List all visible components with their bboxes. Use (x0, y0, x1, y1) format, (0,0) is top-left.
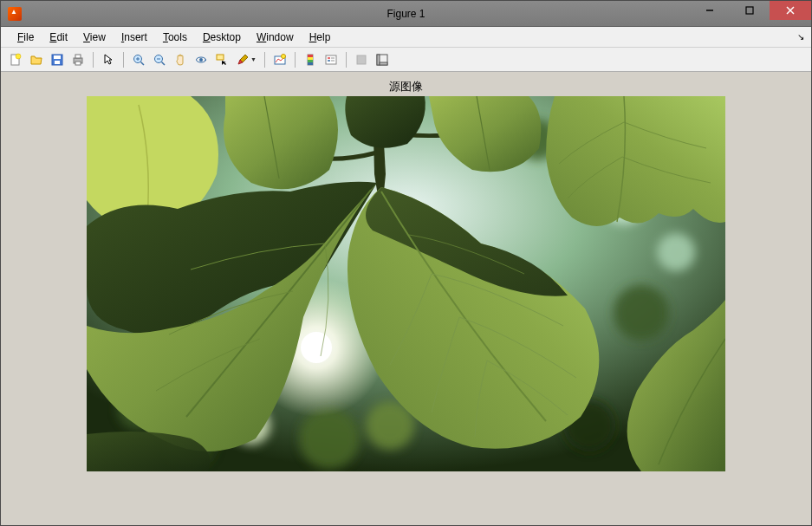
hand-icon (173, 53, 187, 67)
svg-rect-11 (75, 62, 81, 65)
insert-legend-button[interactable] (322, 50, 341, 69)
maximize-button[interactable] (730, 1, 770, 20)
svg-rect-1 (746, 7, 753, 14)
rotate-3d-button[interactable] (192, 50, 211, 69)
svg-rect-25 (308, 55, 313, 57)
svg-point-53 (301, 332, 332, 363)
data-cursor-button[interactable] (212, 50, 231, 69)
zoom-in-button[interactable] (129, 50, 148, 69)
svg-point-47 (299, 408, 360, 469)
toolbar-separator (264, 52, 265, 68)
figure-content: 源图像 (4, 75, 808, 522)
new-file-icon (9, 53, 23, 67)
show-tools-icon (375, 53, 389, 67)
hide-plot-tools-button (352, 50, 371, 69)
pointer-icon (101, 53, 115, 67)
toolbar-separator (295, 52, 296, 68)
link-plot-button[interactable] (270, 50, 289, 69)
menu-insert[interactable]: Insert (114, 29, 155, 46)
edit-plot-button[interactable] (99, 50, 118, 69)
svg-point-23 (282, 54, 286, 58)
image-display[interactable] (87, 96, 725, 471)
zoom-out-icon (153, 53, 166, 67)
show-plot-tools-button[interactable] (373, 50, 392, 69)
svg-rect-7 (54, 55, 61, 59)
svg-rect-21 (217, 55, 224, 60)
menu-view[interactable]: View (75, 29, 114, 46)
save-icon (50, 53, 64, 67)
insert-colorbar-button[interactable] (301, 50, 320, 69)
menubar: File Edit View Insert Tools Desktop Wind… (1, 27, 811, 48)
colorbar-icon (303, 53, 317, 67)
window-title: Figure 1 (387, 8, 425, 20)
menu-help[interactable]: Help (302, 29, 339, 46)
zoom-out-button[interactable] (150, 50, 169, 69)
svg-rect-10 (75, 55, 81, 58)
svg-rect-37 (380, 62, 387, 65)
plot-title: 源图像 (389, 79, 423, 94)
brush-icon (236, 53, 250, 67)
figure-area: 源图像 (1, 72, 811, 525)
print-figure-button[interactable] (68, 50, 88, 69)
dropdown-arrow-icon: ▼ (250, 56, 257, 62)
toolbar: ▼ (1, 48, 811, 72)
matlab-icon (8, 7, 22, 21)
menubar-overflow-icon[interactable]: ↘ (797, 32, 804, 42)
menu-edit[interactable]: Edit (42, 29, 75, 46)
rotate-icon (194, 53, 208, 67)
menu-desktop[interactable]: Desktop (195, 29, 249, 46)
toolbar-separator (93, 52, 94, 68)
open-file-button[interactable] (27, 50, 46, 69)
open-folder-icon (29, 53, 43, 67)
new-figure-button[interactable] (6, 50, 25, 69)
menu-tools[interactable]: Tools (155, 29, 195, 46)
link-icon (273, 53, 287, 67)
minimize-button[interactable] (690, 1, 730, 20)
svg-rect-29 (326, 55, 336, 64)
window-controls (690, 1, 811, 26)
print-icon (71, 53, 85, 67)
hide-tools-icon (354, 53, 368, 67)
menu-window[interactable]: Window (249, 29, 302, 46)
svg-rect-27 (308, 60, 313, 62)
zoom-in-icon (132, 53, 146, 67)
legend-icon (324, 53, 338, 67)
svg-line-17 (162, 62, 166, 65)
toolbar-separator (346, 52, 347, 68)
pan-button[interactable] (171, 50, 190, 69)
leaf-photo-icon (87, 96, 725, 471)
svg-point-42 (614, 285, 669, 341)
svg-rect-28 (308, 62, 313, 65)
brush-button[interactable]: ▼ (233, 50, 259, 69)
svg-rect-34 (357, 55, 366, 64)
svg-point-5 (16, 54, 21, 59)
toolbar-separator (123, 52, 124, 68)
svg-point-20 (199, 58, 203, 62)
svg-rect-26 (308, 57, 313, 60)
data-cursor-icon (215, 53, 229, 67)
svg-rect-8 (55, 61, 60, 64)
save-figure-button[interactable] (48, 50, 67, 69)
figure-window: Figure 1 File Edit View Insert Tools Des… (0, 0, 812, 526)
menu-file[interactable]: File (10, 29, 42, 46)
svg-point-40 (657, 233, 695, 271)
close-button[interactable] (770, 1, 811, 20)
titlebar[interactable]: Figure 1 (1, 1, 811, 27)
svg-line-13 (141, 62, 145, 65)
